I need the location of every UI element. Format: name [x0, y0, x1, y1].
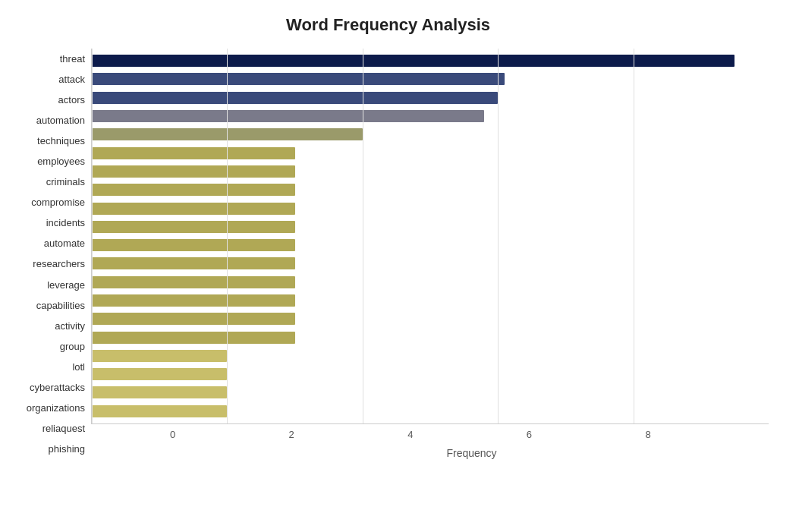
bar — [92, 294, 295, 307]
bar-row — [92, 329, 769, 346]
bar-row — [92, 403, 769, 420]
y-label: leverage — [47, 276, 85, 293]
bar-row — [92, 255, 769, 272]
bar — [92, 184, 295, 196]
bar-row — [92, 108, 769, 124]
y-label: compromise — [31, 194, 85, 211]
bar — [92, 239, 295, 251]
bar — [92, 405, 227, 417]
y-label: threat — [60, 51, 85, 68]
bar-row — [92, 274, 769, 291]
bar-row — [92, 90, 769, 106]
bar — [92, 257, 295, 269]
y-label: automation — [36, 112, 85, 129]
y-label: capabilities — [36, 297, 85, 313]
bar — [92, 313, 295, 325]
x-axis-title: Frequency — [175, 447, 769, 459]
x-axis-label: 8 — [645, 429, 650, 440]
bar — [92, 55, 735, 67]
bar-row — [92, 200, 769, 217]
x-axis-label: 2 — [289, 429, 294, 440]
bar-row — [92, 310, 769, 327]
bottom-area: 02468 Frequency — [175, 424, 769, 459]
bar-row — [92, 145, 769, 162]
bar-row — [92, 163, 769, 180]
bar-row — [92, 366, 769, 382]
bar — [92, 147, 295, 159]
y-label: automate — [44, 235, 85, 252]
bar — [92, 203, 295, 215]
y-axis: threatattackactorsautomationtechniquesem… — [8, 49, 91, 459]
y-label: actors — [58, 92, 85, 109]
x-axis-labels: 02468 — [175, 429, 769, 444]
chart-title: Word Frequency Analysis — [8, 15, 769, 35]
bar-row — [92, 348, 769, 364]
x-axis-label: 0 — [170, 429, 175, 440]
y-label: activity — [55, 317, 85, 334]
chart-area: threatattackactorsautomationtechniquesem… — [8, 49, 769, 459]
bar-row — [92, 52, 769, 69]
y-label: cyberattacks — [30, 379, 85, 395]
bars-area — [91, 49, 769, 424]
bar-row — [92, 237, 769, 253]
bar — [92, 165, 295, 178]
bar — [92, 92, 498, 104]
y-label: criminals — [46, 174, 85, 190]
y-label: researchers — [33, 256, 85, 272]
y-label: organizations — [27, 399, 85, 416]
x-axis-label: 6 — [527, 429, 532, 440]
bar — [92, 386, 227, 398]
y-label: lotl — [72, 358, 85, 375]
chart-container: Word Frequency Analysis threatattackacto… — [0, 0, 799, 532]
bar — [92, 128, 363, 140]
bar — [92, 350, 227, 362]
bar-row — [92, 181, 769, 198]
y-label: employees — [37, 153, 85, 170]
y-label: attack — [58, 71, 85, 88]
bar-row — [92, 126, 769, 143]
y-label: phishing — [49, 440, 85, 457]
bar — [92, 221, 295, 233]
bar-row — [92, 384, 769, 401]
bar — [92, 110, 484, 122]
bar — [92, 73, 505, 85]
bar-row — [92, 219, 769, 235]
bar-row — [92, 71, 769, 87]
y-label: techniques — [37, 133, 85, 150]
bar-row — [92, 292, 769, 309]
bar — [92, 276, 295, 288]
x-axis-label: 4 — [407, 429, 413, 440]
y-label: group — [60, 338, 85, 354]
bar — [92, 332, 295, 344]
y-label: incidents — [46, 215, 85, 231]
bar — [92, 368, 227, 380]
y-label: reliaquest — [42, 420, 85, 436]
